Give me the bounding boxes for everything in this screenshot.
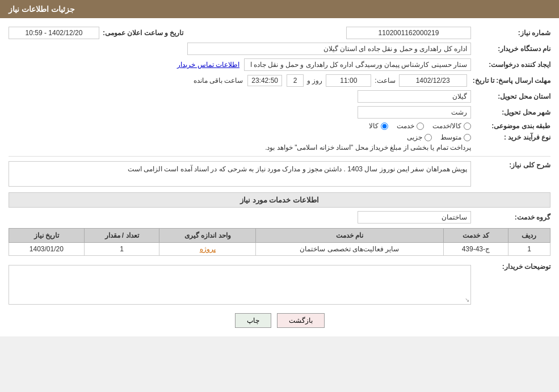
tabaqe-radio-group: کالا/خدمت خدمت کالا bbox=[369, 122, 471, 130]
khadamat-header: اطلاعات خدمات مورد نیاز bbox=[9, 192, 550, 208]
col-kod: کد خدمت bbox=[443, 229, 508, 243]
sharh-label: شرح کلی نیاز: bbox=[471, 161, 550, 169]
tabaqe-option-2[interactable]: خدمت bbox=[397, 122, 424, 130]
tabaqe-radio-3[interactable] bbox=[464, 123, 471, 130]
shomare-niaz-label: شماره نیاز: bbox=[471, 29, 550, 37]
cell-vahed[interactable]: پروژه bbox=[159, 243, 256, 256]
mohlat-label: مهلت ارسال پاسخ: تا تاریخ: bbox=[467, 77, 550, 85]
cell-name: سایر فعالیت‌های تخصصی ساختمان bbox=[256, 243, 444, 256]
farayand-radio-group: متوسط جزیی bbox=[265, 133, 471, 141]
cell-tarikh: 1403/01/20 bbox=[9, 243, 85, 256]
noe-farayand-label: نوع فرآیند خرید : bbox=[471, 133, 550, 141]
col-name: نام خدمت bbox=[256, 229, 444, 243]
sharh-value: پویش همراهان سفر ایمن نوروز سال 1403 . د… bbox=[9, 161, 471, 187]
ostan-value: گیلان bbox=[358, 90, 471, 103]
tabaqe-label-2: خدمت bbox=[397, 122, 414, 130]
page-title: جزئیات اطلاعات نیاز bbox=[9, 5, 75, 14]
mohlat-rooz: 2 bbox=[287, 74, 304, 87]
table-row: 1 ج-43-439 سایر فعالیت‌های تخصصی ساختمان… bbox=[9, 243, 550, 256]
footer-buttons: بازگشت چاپ bbox=[9, 313, 550, 328]
tawsihat-label: توضیحات خریدار: bbox=[471, 263, 550, 271]
mohlat-date: 1402/12/23 bbox=[399, 74, 467, 87]
farayand-label-3: متوسط bbox=[440, 133, 461, 141]
print-button[interactable]: چاپ bbox=[235, 313, 271, 328]
mohlat-time-label: ساعت: bbox=[371, 77, 398, 85]
tabaqe-option-1[interactable]: کالا bbox=[369, 122, 388, 130]
tabaqe-label-1: کالا bbox=[369, 122, 379, 130]
nam-dastgah-value: اداره کل راهداری و حمل و نقل جاده ای است… bbox=[187, 43, 471, 55]
col-vahed: واحد اندازه گیری bbox=[159, 229, 256, 243]
nam-dastgah-label: نام دستگاه خریدار: bbox=[471, 45, 550, 53]
farayand-description: پرداخت تمام یا بخشی از مبلغ خریداز محل "… bbox=[265, 144, 471, 151]
tawsihat-box: ↘ bbox=[9, 265, 471, 305]
cell-kod: ج-43-439 bbox=[443, 243, 508, 256]
col-tedad: تعداد / مقدار bbox=[84, 229, 159, 243]
cell-radif: 1 bbox=[508, 243, 550, 256]
mohlat-remaining: 23:42:50 bbox=[247, 75, 282, 86]
ostan-label: استان محل تحویل: bbox=[471, 92, 550, 100]
tabaqe-option-3[interactable]: کالا/خدمت bbox=[432, 122, 471, 130]
page-header: جزئیات اطلاعات نیاز bbox=[0, 0, 559, 18]
farayand-option-2[interactable]: جزیی bbox=[407, 133, 432, 141]
tabaqe-radio-2[interactable] bbox=[417, 123, 424, 130]
shahr-value: رشت bbox=[358, 106, 471, 119]
tabaqe-label: طبقه بندی موضوعی: bbox=[471, 122, 550, 130]
tabaqe-label-3: کالا/خدمت bbox=[432, 122, 461, 130]
grohe-label: گروه خدمت: bbox=[471, 213, 550, 221]
mohlat-rooz-label: روز و bbox=[304, 77, 326, 85]
col-tarikh: تاریخ نیاز bbox=[9, 229, 85, 243]
tarikh-label: تاریخ و ساعت اعلان عمومی: bbox=[99, 29, 183, 37]
shahr-label: شهر محل تحویل: bbox=[471, 108, 550, 116]
services-table: ردیف کد خدمت نام خدمت واحد اندازه گیری ت… bbox=[9, 228, 550, 256]
farayand-option-3[interactable]: متوسط bbox=[440, 133, 471, 141]
ejad-konande-value: ستار حسینی کارشناس پیمان ورسیدگی اداره ک… bbox=[244, 58, 471, 71]
farayand-label-2: جزیی bbox=[407, 133, 422, 141]
resize-icon: ↘ bbox=[465, 297, 469, 303]
shomare-niaz-value: 1102001162000219 bbox=[346, 27, 471, 39]
grohe-value: ساختمان bbox=[358, 211, 471, 224]
col-radif: ردیف bbox=[508, 229, 550, 243]
farayand-radio-2[interactable] bbox=[424, 134, 432, 141]
mohlat-remaining-label: ساعت باقی مانده bbox=[194, 77, 243, 85]
contact-info-link[interactable]: اطلاعات تماس خریدار bbox=[177, 61, 239, 69]
tabaqe-radio-1[interactable] bbox=[381, 123, 388, 130]
farayand-radio-3[interactable] bbox=[464, 134, 471, 141]
tarikh-value: 1402/12/20 - 10:59 bbox=[9, 27, 99, 39]
ejad-konande-label: ایجاد کننده درخواست: bbox=[471, 61, 550, 69]
back-button[interactable]: بازگشت bbox=[277, 313, 325, 328]
mohlat-time: 11:00 bbox=[326, 74, 371, 87]
cell-tedad: 1 bbox=[84, 243, 159, 256]
